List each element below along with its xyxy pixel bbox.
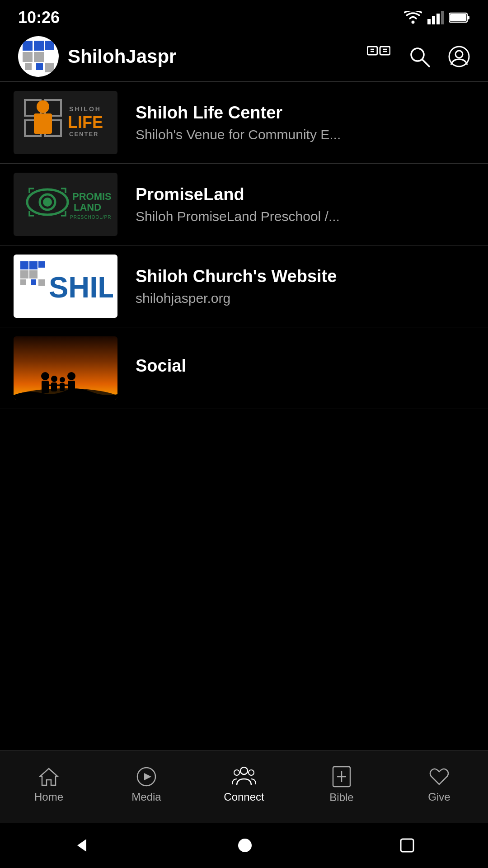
svg-rect-3 bbox=[436, 14, 440, 24]
svg-rect-9 bbox=[34, 41, 44, 51]
svg-rect-47 bbox=[31, 279, 36, 285]
chat-icon[interactable] bbox=[367, 46, 390, 67]
list-text-shiloh-life-center: Shiloh Life Center Shiloh's Venue for Co… bbox=[136, 103, 474, 142]
list-subtitle-promiseland: Shiloh PromiseLand Preschool /... bbox=[136, 209, 474, 224]
status-bar: 10:26 bbox=[0, 0, 488, 32]
svg-line-23 bbox=[422, 60, 429, 66]
list-text-promiseland: PromiseLand Shiloh PromiseLand Preschool… bbox=[136, 185, 474, 224]
svg-point-25 bbox=[455, 51, 463, 58]
svg-rect-42 bbox=[29, 261, 38, 269]
svg-rect-41 bbox=[20, 261, 28, 269]
thumb-shiloh-life-center: SHILOH LIFE CENTER bbox=[14, 91, 117, 154]
svg-point-72 bbox=[238, 839, 252, 852]
svg-text:SHILOH: SHILOH bbox=[69, 105, 101, 113]
svg-rect-14 bbox=[36, 63, 43, 70]
svg-rect-6 bbox=[467, 16, 469, 19]
list-title-promiseland: PromiseLand bbox=[136, 185, 474, 204]
thumb-promiseland: PROMISE LAND PRESCHOOL/PRE-K bbox=[14, 173, 117, 236]
svg-point-58 bbox=[67, 372, 75, 380]
nav-label-bible: Bible bbox=[329, 791, 353, 804]
nav-item-connect[interactable]: Connect bbox=[195, 766, 293, 803]
content-spacer bbox=[0, 409, 488, 750]
nav-item-media[interactable]: Media bbox=[98, 766, 195, 803]
recents-icon[interactable] bbox=[400, 838, 414, 853]
nav-label-give: Give bbox=[428, 791, 450, 803]
android-home-icon[interactable] bbox=[237, 837, 253, 854]
svg-rect-46 bbox=[20, 279, 26, 285]
list-item-shiloh-church-website[interactable]: SHILO Shiloh Church's Website shilohjasp… bbox=[0, 245, 488, 327]
android-nav bbox=[0, 823, 488, 868]
svg-point-37 bbox=[43, 198, 52, 207]
wifi-icon bbox=[404, 11, 422, 24]
svg-rect-1 bbox=[427, 19, 431, 24]
bible-icon bbox=[332, 766, 351, 788]
svg-text:SHILO: SHILO bbox=[49, 271, 113, 304]
app-avatar[interactable] bbox=[18, 36, 59, 77]
search-icon[interactable] bbox=[408, 46, 430, 67]
signal-icon bbox=[427, 11, 444, 24]
svg-text:CENTER: CENTER bbox=[69, 131, 99, 137]
list-title-social: Social bbox=[136, 356, 474, 376]
app-title: ShilohJaspr bbox=[68, 46, 176, 67]
svg-text:LIFE: LIFE bbox=[68, 113, 103, 132]
svg-rect-15 bbox=[45, 63, 54, 72]
thumb-shiloh-church-website: SHILO bbox=[14, 255, 117, 318]
svg-rect-55 bbox=[51, 382, 57, 392]
svg-rect-17 bbox=[380, 47, 390, 55]
svg-rect-44 bbox=[29, 270, 38, 278]
svg-rect-73 bbox=[401, 839, 413, 852]
connect-icon bbox=[232, 766, 256, 787]
svg-point-0 bbox=[412, 21, 415, 24]
svg-rect-31 bbox=[34, 113, 52, 134]
list-text-shiloh-church-website: Shiloh Church's Website shilohjasper.org bbox=[136, 267, 474, 306]
svg-rect-45 bbox=[38, 261, 45, 268]
svg-rect-13 bbox=[25, 63, 32, 70]
nav-item-bible[interactable]: Bible bbox=[293, 766, 390, 804]
svg-point-54 bbox=[51, 376, 57, 382]
nav-label-connect: Connect bbox=[224, 791, 264, 803]
nav-label-home: Home bbox=[34, 791, 63, 803]
svg-text:PROMISE: PROMISE bbox=[72, 191, 111, 202]
svg-rect-2 bbox=[432, 16, 435, 24]
svg-text:PRESCHOOL/PRE-K: PRESCHOOL/PRE-K bbox=[70, 215, 111, 220]
svg-rect-53 bbox=[42, 381, 49, 393]
svg-point-67 bbox=[249, 770, 254, 775]
back-icon[interactable] bbox=[74, 837, 90, 854]
header-logo-wrap: ShilohJaspr bbox=[18, 36, 367, 77]
list-title-shiloh-church-website: Shiloh Church's Website bbox=[136, 267, 474, 286]
svg-rect-8 bbox=[23, 41, 33, 51]
svg-rect-48 bbox=[38, 279, 45, 286]
svg-rect-10 bbox=[23, 52, 33, 62]
nav-item-home[interactable]: Home bbox=[0, 766, 98, 803]
svg-text:LAND: LAND bbox=[74, 202, 101, 213]
list-subtitle-shiloh-life-center: Shiloh's Venue for Community E... bbox=[136, 127, 474, 142]
thumb-social bbox=[14, 336, 117, 400]
svg-point-66 bbox=[234, 770, 239, 775]
list-text-social: Social bbox=[136, 356, 474, 380]
status-time: 10:26 bbox=[18, 8, 60, 27]
svg-rect-43 bbox=[20, 270, 28, 278]
svg-point-56 bbox=[60, 377, 65, 382]
list-item-shiloh-life-center[interactable]: SHILOH LIFE CENTER Shiloh Life Center Sh… bbox=[0, 82, 488, 164]
profile-icon[interactable] bbox=[448, 46, 470, 67]
give-icon bbox=[428, 766, 450, 787]
svg-point-30 bbox=[37, 100, 49, 113]
svg-rect-57 bbox=[60, 383, 65, 391]
svg-rect-11 bbox=[34, 52, 44, 62]
header: ShilohJaspr bbox=[0, 32, 488, 81]
bottom-nav: Home Media Connect bbox=[0, 750, 488, 823]
svg-point-52 bbox=[41, 372, 49, 380]
nav-item-give[interactable]: Give bbox=[390, 766, 488, 803]
list-item-social[interactable]: Social bbox=[0, 327, 488, 409]
home-icon bbox=[38, 766, 59, 787]
status-icons bbox=[404, 11, 470, 24]
battery-icon bbox=[449, 12, 470, 24]
svg-rect-16 bbox=[367, 47, 377, 55]
header-actions bbox=[367, 46, 470, 67]
svg-rect-7 bbox=[450, 14, 466, 21]
svg-rect-4 bbox=[441, 11, 444, 24]
list-item-promiseland[interactable]: PROMISE LAND PRESCHOOL/PRE-K PromiseLand… bbox=[0, 164, 488, 245]
nav-label-media: Media bbox=[131, 791, 161, 803]
list-title-shiloh-life-center: Shiloh Life Center bbox=[136, 103, 474, 123]
media-icon bbox=[136, 766, 157, 787]
